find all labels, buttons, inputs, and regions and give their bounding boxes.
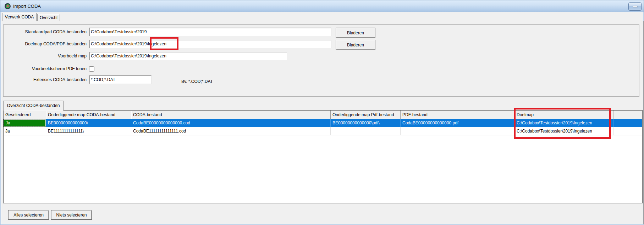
window-title: Import CODA — [13, 4, 41, 9]
column-header-pdf-bestand[interactable]: PDF-bestand — [401, 111, 515, 119]
table-cell-pdf-bestand[interactable]: CodaBE00000000000000.pdf — [401, 119, 515, 127]
table-cell-geselecteerd[interactable]: Ja — [4, 119, 46, 127]
voorbeeldscherm-label: Voorbeeldscherm PDF tonen — [4, 64, 87, 73]
column-header-doelmap[interactable]: Doelmap — [515, 111, 613, 119]
voorbeeld-map-input[interactable] — [89, 52, 287, 60]
minimize-button[interactable] — [628, 2, 642, 11]
table-row[interactable]: Ja BE00000000000000\ CodaBE0000000000000… — [4, 119, 642, 127]
voorbeeld-map-label: Voorbeeld map — [4, 52, 87, 60]
voorbeeldscherm-pdf-checkbox[interactable] — [89, 66, 94, 72]
tab-verwerk-coda[interactable]: Verwerk CODA — [2, 13, 37, 21]
table-cell-empty[interactable] — [613, 127, 642, 135]
niets-selecteren-button[interactable]: Niets selecteren — [51, 210, 92, 220]
extensies-hint: Bv. *.COD;*.DAT — [181, 77, 213, 86]
table-cell-coda-bestand[interactable]: CodaBE00000000000000.cod — [131, 119, 331, 127]
extensies-input[interactable] — [89, 75, 152, 84]
table-cell-doelmap[interactable]: C:\Codabox\Testdossier\2019\Ingelezen — [515, 119, 613, 127]
table-cell-empty[interactable] — [613, 119, 642, 127]
column-header-onderliggende-map-pdf[interactable]: Onderliggende map Pdf-bestand — [331, 111, 401, 119]
standaardpad-input[interactable] — [89, 28, 331, 36]
standaardpad-label: Standaardpad CODA-bestanden — [4, 28, 87, 36]
coda-files-table: Geselecteerd Onderliggende map CODA-best… — [3, 110, 643, 203]
column-header-geselecteerd[interactable]: Geselecteerd — [4, 111, 46, 119]
import-coda-window: Import CODA Verwerk CODA Overzicht Stand… — [0, 0, 644, 225]
titlebar: Import CODA — [0, 0, 644, 12]
minimize-icon — [633, 6, 638, 7]
tab-overzicht[interactable]: Overzicht — [37, 14, 60, 21]
alles-selecteren-button[interactable]: Alles selecteren — [8, 210, 49, 220]
doelmap-input[interactable] — [89, 40, 331, 48]
table-cell-geselecteerd[interactable]: Ja — [4, 127, 46, 135]
table-header-row: Geselecteerd Onderliggende map CODA-best… — [4, 111, 642, 119]
column-header-coda-bestand[interactable]: CODA-bestand — [131, 111, 331, 119]
app-logo-icon — [5, 3, 11, 9]
table-cell-coda-bestand[interactable]: CodaBE11111111111111.cod — [131, 127, 331, 135]
table-cell-map-pdf[interactable]: BE00000000000000\pdf\ — [331, 119, 401, 127]
doelmap-label: Doelmap CODA/PDF-bestanden — [4, 40, 87, 48]
table-cell-map-coda[interactable]: BE00000000000000\ — [46, 119, 131, 127]
table-row[interactable]: Ja BE11111111111111\ CodaBE1111111111111… — [4, 127, 642, 135]
column-header-onderliggende-map-coda[interactable]: Onderliggende map CODA-bestand — [46, 111, 131, 119]
bladeren-doelmap-button[interactable]: Bladeren — [336, 40, 375, 50]
extensies-label: Extensies CODA-bestanden — [4, 75, 87, 84]
table-cell-pdf-bestand[interactable] — [401, 127, 515, 135]
table-cell-doelmap[interactable]: C:\Codabox\Testdossier\2019\Ingelezen — [515, 127, 613, 135]
subtab-overzicht-coda-bestanden[interactable]: Overzicht CODA-bestanden — [3, 101, 64, 111]
bladeren-standaardpad-button[interactable]: Bladeren — [336, 28, 375, 38]
column-header-empty — [613, 111, 642, 119]
table-cell-map-pdf[interactable] — [331, 127, 401, 135]
table-cell-map-coda[interactable]: BE11111111111111\ — [46, 127, 131, 135]
